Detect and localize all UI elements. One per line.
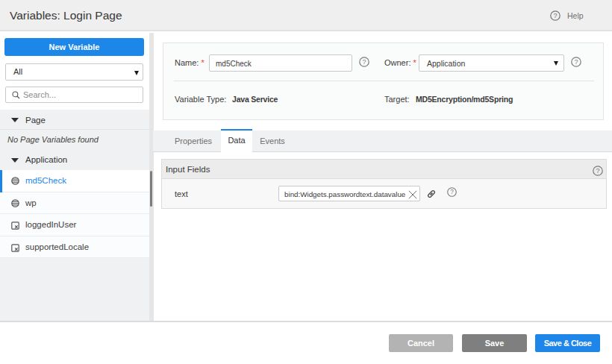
svg-text:?: ? [574,58,578,66]
svg-text:?: ? [596,167,599,175]
svg-text:?: ? [450,188,454,195]
svg-text:?: ? [362,58,366,66]
svg-text:?: ? [553,12,557,19]
